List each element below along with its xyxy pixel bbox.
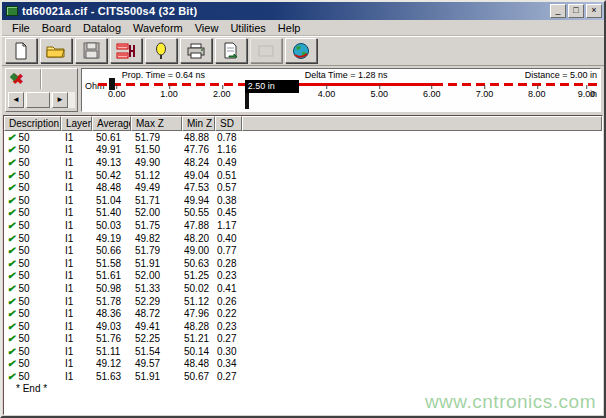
pass-check-icon: ✔: [7, 371, 15, 382]
menu-item[interactable]: Board: [36, 21, 77, 35]
table-row[interactable]: ✔ 50 I1 51.63 51.91 50.67 0.27: [4, 370, 602, 383]
abort-test-icon[interactable]: ✖: [12, 71, 24, 87]
menu-item[interactable]: Utilities: [224, 21, 271, 35]
open-file-button[interactable]: [40, 38, 72, 63]
maximize-button[interactable]: □: [568, 4, 584, 18]
scroll-trough[interactable]: [68, 92, 75, 108]
pass-check-icon: ✔: [7, 182, 15, 193]
table-row[interactable]: ✔ 50 I1 49.12 49.57 48.48 0.34: [4, 358, 602, 371]
description-cell: 50: [18, 296, 29, 307]
sd-cell: 1.17: [215, 220, 242, 231]
probe-button[interactable]: [145, 38, 177, 63]
table-row[interactable]: ✔ 50 I1 50.98 51.33 50.02 0.41: [4, 282, 602, 295]
pass-check-icon: ✔: [7, 157, 15, 168]
description-cell: 50: [18, 157, 29, 168]
table-row[interactable]: ✔ 50 I1 51.78 52.29 51.12 0.26: [4, 295, 602, 308]
table-row[interactable]: ✔ 50 I1 49.91 51.50 47.76 1.16: [4, 144, 602, 157]
cursor-stem[interactable]: [245, 93, 249, 109]
max-z-cell: 52.25: [131, 333, 182, 344]
table-row[interactable]: ✔ 50 I1 48.36 48.72 47.96 0.22: [4, 307, 602, 320]
pass-check-icon: ✔: [7, 358, 15, 369]
table-row[interactable]: ✔ 50 I1 49.19 49.82 48.20 0.40: [4, 232, 602, 245]
sd-cell: 0.49: [215, 157, 242, 168]
save-button[interactable]: [75, 38, 107, 63]
table-row[interactable]: ✔ 50 I1 48.48 49.49 47.53 0.57: [4, 181, 602, 194]
table-row[interactable]: ✔ 50 I1 51.11 51.54 50.14 0.30: [4, 345, 602, 358]
report-export-icon: [222, 42, 240, 60]
new-document-icon: [12, 42, 30, 60]
description-cell: 50: [18, 220, 29, 231]
description-cell: 50: [18, 371, 29, 382]
menu-item[interactable]: Help: [272, 21, 307, 35]
close-button[interactable]: ×: [586, 4, 602, 18]
cursor-position-readout[interactable]: 2.50 in: [245, 80, 299, 93]
average-cell: 48.48: [92, 182, 131, 193]
table-row[interactable]: ✔ 50 I1 51.58 51.91 50.63 0.28: [4, 257, 602, 270]
cursor-controls-panel: ✖ ◄ ►: [5, 68, 78, 112]
ruler-tick: 8.00: [528, 89, 546, 99]
ruler-tick: 5.00: [371, 89, 389, 99]
window-title: td60021a.cif - CITS500s4 (32 Bit): [22, 5, 197, 17]
distance-label: Distance = 5.00 in: [525, 70, 597, 80]
average-cell: 50.66: [92, 245, 131, 256]
sd-cell: 0.45: [215, 207, 242, 218]
ruler-tick: 2.00: [213, 89, 231, 99]
description-cell: 50: [18, 144, 29, 155]
table-row[interactable]: ✔ 50 I1 51.40 52.00 50.55 0.45: [4, 207, 602, 220]
max-z-cell: 51.33: [131, 283, 182, 294]
scroll-right-button[interactable]: ►: [52, 92, 68, 108]
table-row[interactable]: ✔ 50 I1 50.42 51.12 49.04 0.51: [4, 169, 602, 182]
board-test-button[interactable]: [110, 38, 142, 63]
min-z-cell: 47.53: [182, 182, 215, 193]
menu-item[interactable]: View: [189, 21, 225, 35]
average-cell: 49.13: [92, 157, 131, 168]
menu-item[interactable]: Datalog: [77, 21, 127, 35]
toolbar: [2, 36, 604, 66]
description-cell: 50: [18, 258, 29, 269]
waveform-ruler[interactable]: Prop. Time = 0.64 ns Delta Time = 1.28 n…: [81, 68, 601, 112]
min-z-cell: 47.96: [182, 308, 215, 319]
report-export-button[interactable]: [215, 38, 247, 63]
table-row[interactable]: ✔ 50 I1 50.61 51.79 48.88 0.78: [4, 131, 602, 144]
minimize-button[interactable]: _: [550, 4, 566, 18]
prop-time-label: Prop. Time = 0.64 ns: [122, 70, 205, 80]
max-z-cell: 52.00: [131, 270, 182, 281]
table-row[interactable]: ✔ 50 I1 50.03 51.75 47.88 1.17: [4, 219, 602, 232]
pass-check-icon: ✔: [7, 170, 15, 181]
pass-check-icon: ✔: [7, 283, 15, 294]
table-row[interactable]: ✔ 50 I1 50.66 51.79 49.00 0.77: [4, 244, 602, 257]
pass-check-icon: ✔: [7, 333, 15, 344]
table-row[interactable]: ✔ 50 I1 51.61 52.00 51.25 0.23: [4, 270, 602, 283]
open-folder-icon: [46, 43, 66, 59]
average-cell: 50.61: [92, 132, 131, 143]
pass-check-icon: ✔: [7, 245, 15, 256]
print-button[interactable]: [180, 38, 212, 63]
description-cell: 50: [18, 245, 29, 256]
scroll-thumb[interactable]: [26, 92, 50, 108]
sd-cell: 0.57: [215, 182, 242, 193]
layer-cell: I1: [61, 220, 92, 231]
description-cell: 50: [18, 333, 29, 344]
table-row[interactable]: ✔ 50 I1 49.03 49.41 48.28 0.23: [4, 320, 602, 333]
max-z-cell: 52.00: [131, 207, 182, 218]
sd-cell: 0.30: [215, 346, 242, 357]
layer-cell: I1: [61, 358, 92, 369]
sd-cell: 0.27: [215, 333, 242, 344]
min-z-cell: 48.88: [182, 132, 215, 143]
table-row[interactable]: ✔ 50 I1 51.76 52.25 51.21 0.27: [4, 333, 602, 346]
menu-item[interactable]: Waveform: [127, 21, 189, 35]
table-row[interactable]: ✔ 50 I1 49.13 49.90 48.24 0.49: [4, 156, 602, 169]
title-bar[interactable]: td60021a.cif - CITS500s4 (32 Bit) _ □ ×: [2, 2, 604, 20]
min-z-cell: 50.67: [182, 371, 215, 382]
ruler-tick: 7.00: [476, 89, 494, 99]
pass-check-icon: ✔: [7, 270, 15, 281]
table-row[interactable]: ✔ 50 I1 51.04 51.71 49.94 0.38: [4, 194, 602, 207]
table-header: DescriptionLayerAverageMax ZMin ZSD: [4, 116, 602, 131]
web-button[interactable]: [285, 38, 317, 63]
new-document-button[interactable]: [5, 38, 37, 63]
layer-cell: I1: [61, 283, 92, 294]
menu-item[interactable]: File: [6, 21, 36, 35]
average-cell: 50.03: [92, 220, 131, 231]
column-header: Layer: [61, 116, 92, 131]
scroll-left-button[interactable]: ◄: [8, 92, 24, 108]
